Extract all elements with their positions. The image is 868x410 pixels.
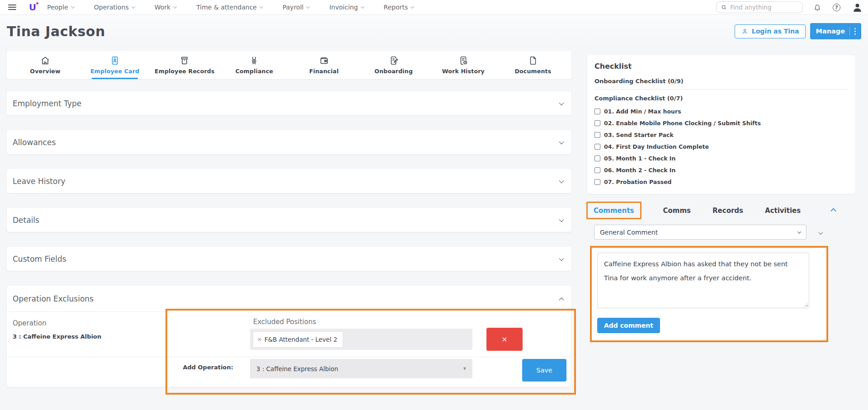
login-as-label: Login as Tina bbox=[752, 28, 799, 35]
collapse-panel-button[interactable] bbox=[831, 206, 835, 215]
comment-text: Caffeine Express Albion has asked that t… bbox=[604, 260, 788, 282]
checklist-item[interactable]: 05. Month 1 - Check In bbox=[594, 152, 848, 164]
save-button[interactable]: Save bbox=[522, 359, 566, 382]
checklist-item-label: 01. Add Min / Max hours bbox=[604, 108, 681, 115]
onboarding-checklist-group[interactable]: Onboarding Checklist (0/9) bbox=[594, 78, 848, 85]
tab-comms[interactable]: Comms bbox=[663, 207, 691, 215]
checklist-item-label: 05. Month 1 - Check In bbox=[604, 155, 675, 162]
checklist-item[interactable]: 02. Enable Mobile Phone Clocking / Submi… bbox=[594, 117, 848, 129]
document-clock-icon bbox=[458, 56, 468, 66]
section-label: Allowances bbox=[13, 138, 56, 147]
tab-overview[interactable]: Overview bbox=[10, 51, 80, 79]
page-header: Tina Jackson Login as Tina Manage bbox=[0, 15, 868, 47]
manage-button[interactable]: Manage bbox=[810, 23, 861, 39]
position-chip: × F&B Attendant - Level 2 bbox=[253, 331, 343, 348]
chevron-down-icon bbox=[131, 5, 135, 8]
excluded-positions-input[interactable]: × F&B Attendant - Level 2 bbox=[250, 329, 472, 350]
tab-employee-records[interactable]: Employee Records bbox=[150, 51, 219, 79]
tab-label: Documents bbox=[514, 68, 551, 75]
checkbox[interactable] bbox=[594, 167, 600, 173]
section-allowances[interactable]: Allowances bbox=[7, 130, 571, 154]
excluded-positions-label: Excluded Positions bbox=[253, 318, 316, 326]
tab-documents[interactable]: Documents bbox=[498, 51, 568, 79]
checkbox[interactable] bbox=[594, 108, 600, 114]
chevron-down-icon bbox=[173, 5, 177, 8]
nav-item-operations[interactable]: Operations bbox=[94, 4, 135, 11]
tab-activities[interactable]: Activities bbox=[765, 207, 801, 215]
section-details[interactable]: Details bbox=[7, 208, 571, 232]
top-navigation-bar: U People Operations Work Time & attendan… bbox=[0, 0, 868, 15]
archive-box-icon bbox=[179, 56, 189, 66]
comments-tabs: Comments Comms Records Activities bbox=[587, 202, 855, 219]
section-custom-fields[interactable]: Custom Fields bbox=[7, 247, 571, 271]
user-avatar[interactable] bbox=[852, 2, 863, 13]
id-card-icon bbox=[110, 56, 120, 66]
search-input[interactable] bbox=[730, 4, 798, 11]
tab-employee-card[interactable]: Employee Card bbox=[80, 51, 150, 79]
tab-onboarding[interactable]: Onboarding bbox=[359, 51, 429, 79]
nav-item-invoicing[interactable]: Invoicing bbox=[329, 4, 363, 11]
checkbox[interactable] bbox=[594, 156, 600, 161]
manage-label: Manage bbox=[816, 28, 845, 35]
comment-type-select[interactable]: General Comment bbox=[594, 225, 807, 240]
chevron-down-icon bbox=[559, 217, 564, 221]
document-edit-icon bbox=[389, 56, 399, 66]
section-operation-exclusions: Operation Exclusions Operation 3 : Caffe… bbox=[7, 286, 571, 387]
chevron-down-icon bbox=[306, 5, 310, 8]
add-operation-select[interactable]: 3 : Caffeine Express Albion ▼ bbox=[250, 359, 472, 378]
chevron-down-icon bbox=[559, 178, 564, 183]
add-operation-label: Add Operation: bbox=[142, 364, 233, 371]
nav-label: Reports bbox=[384, 4, 408, 11]
checkbox[interactable] bbox=[594, 132, 600, 138]
kebab-menu-icon[interactable] bbox=[854, 28, 856, 35]
checklist-item[interactable]: 03. Send Starter Pack bbox=[594, 129, 848, 141]
tab-records[interactable]: Records bbox=[712, 207, 743, 215]
hamburger-menu-icon[interactable] bbox=[8, 5, 16, 10]
compliance-checklist-group[interactable]: Compliance Checklist (0/7) bbox=[594, 95, 848, 102]
section-label: Employment Type bbox=[13, 99, 81, 108]
checkbox[interactable] bbox=[594, 120, 600, 126]
expand-options-button[interactable] bbox=[819, 228, 822, 236]
checklist-card: Checklist Onboarding Checklist (0/9) Com… bbox=[587, 55, 855, 194]
help-icon[interactable]: ? bbox=[833, 4, 840, 11]
chevron-down-icon bbox=[360, 5, 364, 8]
divider bbox=[7, 357, 571, 357]
checklist-item[interactable]: 07. Probation Passed bbox=[594, 176, 848, 188]
tab-comments[interactable]: Comments bbox=[594, 207, 634, 215]
operation-column-label: Operation bbox=[13, 319, 47, 327]
comment-type-row: General Comment bbox=[587, 225, 855, 240]
nav-item-work[interactable]: Work bbox=[155, 4, 176, 11]
nav-label: Payroll bbox=[283, 4, 303, 11]
checklist-item[interactable]: 01. Add Min / Max hours bbox=[594, 105, 848, 117]
add-comment-button[interactable]: Add comment bbox=[597, 318, 660, 333]
chevron-down-icon bbox=[797, 230, 801, 233]
main-content: Overview Employee Card Employee Records … bbox=[7, 51, 571, 387]
nav-label: People bbox=[47, 4, 68, 11]
global-search[interactable] bbox=[716, 1, 803, 13]
section-employment-type[interactable]: Employment Type bbox=[7, 91, 571, 115]
chip-remove-icon[interactable]: × bbox=[257, 336, 262, 343]
resize-handle[interactable] bbox=[803, 302, 808, 307]
tab-compliance[interactable]: Compliance bbox=[219, 51, 289, 79]
tab-work-history[interactable]: Work History bbox=[429, 51, 498, 79]
brand-logo[interactable]: U bbox=[29, 3, 36, 12]
checkbox[interactable] bbox=[594, 179, 600, 185]
nav-item-people[interactable]: People bbox=[47, 4, 74, 11]
annotation-box-operation-exclusions bbox=[165, 309, 576, 395]
checklist-item-label: 04. First Day Induction Complete bbox=[604, 143, 709, 150]
nav-item-payroll[interactable]: Payroll bbox=[283, 4, 309, 11]
tab-financial[interactable]: Financial bbox=[289, 51, 359, 79]
operation-exclusions-header[interactable]: Operation Exclusions bbox=[7, 286, 571, 311]
nav-item-reports[interactable]: Reports bbox=[384, 4, 414, 11]
checklist-item[interactable]: 06. Month 2 - Check In bbox=[594, 164, 848, 176]
checkbox[interactable] bbox=[594, 144, 600, 150]
section-leave-history[interactable]: Leave History bbox=[7, 169, 571, 193]
remove-exclusion-button[interactable]: × bbox=[486, 328, 523, 351]
section-label: Details bbox=[13, 216, 39, 225]
comment-textarea[interactable]: Caffeine Express Albion has asked that t… bbox=[597, 253, 809, 308]
notifications-bell-icon[interactable] bbox=[814, 4, 821, 11]
chevron-down-icon bbox=[71, 5, 75, 8]
login-as-button[interactable]: Login as Tina bbox=[735, 24, 806, 38]
nav-item-time-attendance[interactable]: Time & attendance bbox=[196, 4, 263, 11]
checklist-item[interactable]: 04. First Day Induction Complete bbox=[594, 141, 848, 152]
